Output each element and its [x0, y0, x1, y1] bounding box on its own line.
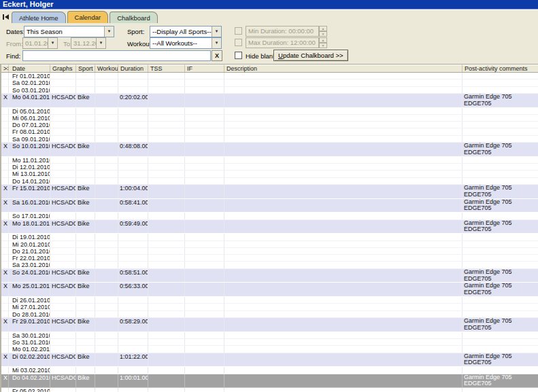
delete-x-marker[interactable]	[1, 367, 9, 373]
delete-x-marker[interactable]	[1, 108, 9, 114]
table-row[interactable]: X Fr 15.01.2010 HCSADG Bike 1:00:04.00 G…	[1, 185, 538, 199]
delete-x-marker[interactable]	[1, 332, 9, 338]
table-row[interactable]: Sa 23.01.2010	[1, 262, 538, 268]
header-if[interactable]: IF	[185, 65, 224, 72]
min-duration-checkbox[interactable]	[235, 27, 242, 35]
delete-x-marker[interactable]: X	[1, 143, 9, 156]
table-row[interactable]: X Do 04.02.2010 HCSADG Bike 1:00:01.00 G…	[1, 374, 538, 389]
delete-x-marker[interactable]	[1, 241, 9, 247]
header-marker[interactable]: >>	[1, 65, 9, 72]
delete-x-marker[interactable]	[1, 157, 9, 163]
table-row[interactable]: Fr 08.01.2010	[1, 128, 538, 135]
delete-x-marker[interactable]	[1, 262, 9, 268]
delete-x-marker[interactable]	[1, 164, 9, 170]
table-row[interactable]: X Di 02.02.2010 HCSADG Bike 1:01:22.00 G…	[1, 353, 538, 368]
table-row[interactable]: X Mo 04.01.2010 HCSADG Bike 0:20:02.00 G…	[1, 94, 538, 108]
table-row[interactable]: Fr 22.01.2010	[1, 255, 538, 262]
cell-graphs	[50, 346, 76, 352]
delete-x-marker[interactable]	[1, 346, 9, 352]
table-row[interactable]: X So 24.01.2010 HCSADG Bike 0:58:51.00 G…	[1, 269, 538, 283]
sport-select[interactable]: --Display All Sports-- ▼	[150, 26, 222, 37]
delete-x-marker[interactable]	[1, 388, 9, 392]
header-tss[interactable]: TSS	[148, 65, 185, 72]
table-row[interactable]: Fr 01.01.2010	[1, 73, 538, 79]
header-post-activity-comments[interactable]: Post-activity comments	[463, 65, 538, 72]
tab-chalkboard[interactable]: Chalkboard	[110, 12, 158, 23]
delete-x-marker[interactable]	[1, 311, 9, 317]
tab-athlete-home[interactable]: Athlete Home	[12, 12, 66, 23]
find-input[interactable]	[22, 50, 211, 61]
delete-x-marker[interactable]: X	[1, 94, 9, 107]
table-row[interactable]: So 03.01.2010	[1, 87, 538, 94]
delete-x-marker[interactable]	[1, 136, 9, 142]
delete-x-marker[interactable]	[1, 171, 9, 177]
header-sport[interactable]: Sport	[76, 65, 95, 72]
collapse-tabs-icon[interactable]	[2, 14, 10, 21]
delete-x-marker[interactable]: X	[1, 374, 9, 388]
header-description[interactable]: Description	[224, 65, 463, 72]
table-row[interactable]: X Fr 29.01.2010 HCSADG Bike 0:58:29.00 G…	[1, 318, 538, 332]
delete-x-marker[interactable]: X	[1, 220, 9, 234]
table-row[interactable]: Mi 27.01.2010	[1, 304, 538, 310]
table-row[interactable]: Mo 11.01.2010	[1, 157, 538, 164]
clear-find-button[interactable]: X	[212, 50, 222, 61]
update-chalkboard-button[interactable]: Update Chalkboard >>	[273, 50, 348, 61]
table-row[interactable]: Di 26.01.2010	[1, 297, 538, 304]
table-row[interactable]: Mi 20.01.2010	[1, 241, 538, 248]
delete-x-marker[interactable]	[1, 178, 9, 184]
header-date[interactable]: Date	[9, 65, 50, 72]
delete-x-marker[interactable]: X	[1, 353, 9, 367]
delete-x-marker[interactable]: X	[1, 283, 9, 296]
table-row[interactable]: So 31.01.2010	[1, 339, 538, 346]
hide-blank-checkbox[interactable]	[235, 52, 242, 59]
delete-x-marker[interactable]	[1, 297, 9, 303]
table-row[interactable]: X Sa 16.01.2010 HCSADG Bike 0:58:41.00 G…	[1, 199, 538, 213]
delete-x-marker[interactable]: X	[1, 318, 9, 332]
delete-x-marker[interactable]	[1, 73, 9, 79]
header-duration[interactable]: Duration	[118, 65, 148, 72]
table-row[interactable]: Sa 02.01.2010	[1, 79, 538, 86]
table-row[interactable]: Sa 30.01.2010	[1, 332, 538, 339]
max-duration-checkbox[interactable]	[235, 39, 242, 46]
delete-x-marker[interactable]	[1, 304, 9, 310]
workout-select[interactable]: --All Workouts-- ▼	[150, 37, 222, 49]
delete-x-marker[interactable]	[1, 255, 9, 261]
header-workout[interactable]: Workout	[95, 65, 118, 72]
table-row[interactable]: Fr 05.02.2010	[1, 388, 538, 392]
delete-x-marker[interactable]	[1, 339, 9, 345]
table-row[interactable]: Mo 01.02.2010	[1, 346, 538, 353]
tab-calendar[interactable]: Calendar	[67, 11, 109, 23]
table-row[interactable]: Di 19.01.2010	[1, 234, 538, 240]
cell-post-activity-comments	[463, 79, 538, 86]
table-row[interactable]: X Mo 25.01.2010 HCSADG Bike 0:56:33.00 G…	[1, 283, 538, 297]
table-row[interactable]: Do 28.01.2010	[1, 311, 538, 318]
table-row[interactable]: Mi 06.01.2010	[1, 115, 538, 122]
delete-x-marker[interactable]: X	[1, 185, 9, 198]
delete-x-marker[interactable]	[1, 248, 9, 254]
delete-x-marker[interactable]	[1, 115, 9, 121]
delete-x-marker[interactable]: X	[1, 269, 9, 283]
table-row[interactable]: X Mo 18.01.2010 HCSADG Bike 0:59:49.00 G…	[1, 220, 538, 234]
cell-description	[224, 269, 463, 283]
header-graphs[interactable]: Graphs	[50, 65, 76, 72]
table-row[interactable]: So 17.01.2010	[1, 213, 538, 219]
table-row[interactable]: Sa 09.01.2010	[1, 136, 538, 143]
table-row[interactable]: Do 14.01.2010	[1, 178, 538, 185]
table-row[interactable]: Mi 13.01.2010	[1, 171, 538, 177]
dates-select[interactable]: This Season ▼	[24, 26, 114, 37]
delete-x-marker[interactable]	[1, 234, 9, 240]
delete-x-marker[interactable]	[1, 122, 9, 128]
delete-x-marker[interactable]	[1, 79, 9, 86]
delete-x-marker[interactable]: X	[1, 199, 9, 213]
table-row[interactable]: Do 07.01.2010	[1, 122, 538, 128]
delete-x-marker[interactable]	[1, 213, 9, 219]
delete-x-marker[interactable]	[1, 128, 9, 135]
table-row[interactable]: Mi 03.02.2010	[1, 367, 538, 374]
table-row[interactable]: X So 10.01.2010 HCSADG Bike 0:48:08.00 G…	[1, 143, 538, 157]
table-row[interactable]: Do 21.01.2010	[1, 248, 538, 255]
table-row[interactable]: Di 12.01.2010	[1, 164, 538, 171]
table-row[interactable]: Di 05.01.2010	[1, 108, 538, 115]
cell-date: Di 02.02.2010	[9, 353, 50, 367]
delete-x-marker[interactable]	[1, 87, 9, 93]
cell-sport	[76, 122, 95, 128]
